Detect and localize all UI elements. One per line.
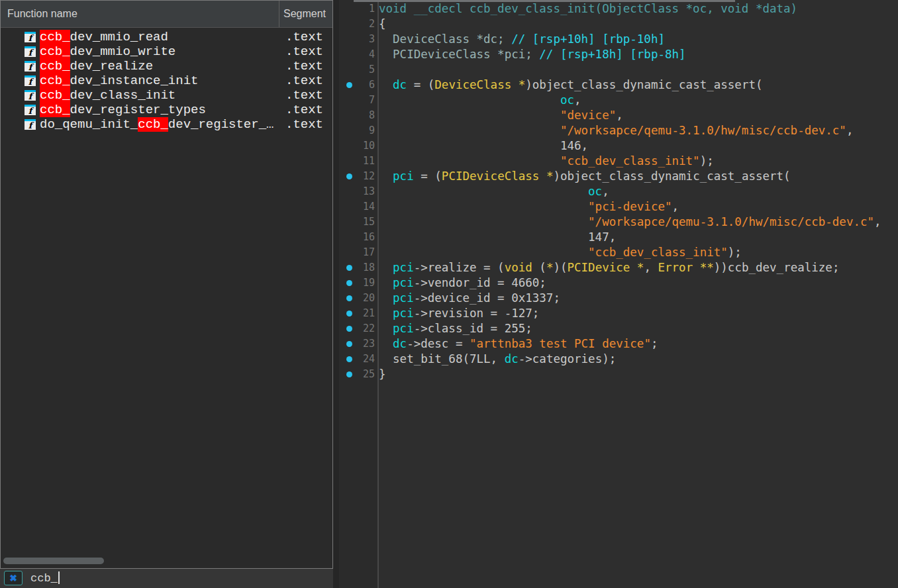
code-token: "device" [560,109,616,122]
functions-list-header: Function name Segment [1,1,332,28]
code-text: 146, [379,138,588,154]
code-token: "/worksapce/qemu-3.1.0/hw/misc/ccb-dev.c… [560,124,846,137]
code-token [379,337,393,350]
code-token: pci [393,291,414,305]
match-highlight: ccb_ [40,59,70,74]
horizontal-scrollbar-thumb[interactable] [3,558,104,564]
line-number: 1 [339,1,375,17]
code-token: pci [393,170,414,183]
segment-cell: .text [285,59,323,74]
segment-cell: .text [285,88,323,103]
name-text: dev_register_ [168,117,266,132]
code-line: 18 pci->realize = (void (*)(PCIDevice *,… [339,260,898,275]
line-number: 24 [339,352,375,367]
function-icon: f [25,105,36,115]
function-name: do_qemu_init_ccb_dev_register_… [40,117,274,132]
code-token: } [379,368,386,381]
code-token [379,307,393,320]
line-number: 22 [339,321,375,336]
line-number: 17 [339,245,375,260]
code-token: , [846,124,854,137]
code-token [379,276,393,289]
code-token: PCIDevice * [568,261,644,274]
column-header-function-name[interactable]: Function name [7,1,77,27]
code-line: 11 "ccb_dev_class_init"); [339,154,898,169]
code-token: ); [728,246,742,259]
code-text: oc, [379,184,609,199]
name-text: dev_mmio_write [70,44,176,59]
function-name: ccb_dev_mmio_read [40,30,168,44]
line-number: 12 [339,169,375,184]
code-token: ->device_id = 0x1337; [414,291,560,305]
line-number: 10 [339,138,375,154]
name-text: dev_class_init [70,88,176,103]
line-number: 14 [339,199,375,215]
function-name: ccb_dev_mmio_write [40,44,175,59]
code-text: pci->device_id = 0x1337; [379,291,560,306]
code-text: set_bit_68(7LL, dc->categories); [379,352,616,367]
code-text: pci = (PCIDeviceClass *)object_class_dyn… [379,169,791,184]
function-row[interactable]: fdo_qemu_init_ccb_dev_register_….text [1,117,332,132]
code-token: "arttnba3 test PCI device" [470,337,651,350]
code-line: 12 pci = (PCIDeviceClass *)object_class_… [339,169,898,184]
code-token [379,261,393,274]
line-number: 6 [339,77,375,93]
code-token: pci [393,276,414,289]
code-line: 14 "pci-device", [339,199,898,215]
code-token: DeviceClass *dc; [379,32,511,46]
match-highlight: ccb_ [40,88,70,103]
function-icon: f [25,32,36,42]
function-row[interactable]: fccb_dev_mmio_read.text [1,30,332,44]
function-row[interactable]: fccb_dev_mmio_write.text [1,44,332,59]
code-line: 22 pci->class_id = 255; [339,321,898,336]
code-token: )object_class_dynamic_cast_assert( [553,170,790,183]
code-text: oc, [379,93,581,108]
line-number: 2 [339,17,375,32]
name-text: do_qemu_init_ [40,117,138,132]
code-text: pci->revision = -127; [379,306,539,321]
code-text: "ccb_dev_class_init"); [379,154,714,169]
code-token: )object_class_dynamic_cast_assert( [525,78,762,91]
code-token: * [546,261,554,274]
code-token: 147, [588,230,616,244]
code-line: 7 oc, [339,93,898,108]
line-number: 21 [339,306,375,321]
code-token: "/worksapce/qemu-3.1.0/hw/misc/ccb-dev.c… [588,215,874,228]
code-token: "ccb_dev_class_init" [588,246,728,259]
match-highlight: ccb_ [40,30,70,44]
panel-splitter[interactable] [333,0,339,588]
column-separator[interactable] [279,1,279,27]
function-name: ccb_dev_register_types [40,103,206,117]
function-name: ccb_dev_instance_init [40,74,198,88]
function-row[interactable]: fccb_dev_instance_init.text [1,74,332,88]
code-text: dc->desc = "arttnba3 test PCI device"; [379,336,658,352]
code-token: , [874,215,881,228]
code-text: "device", [379,108,623,123]
function-icon: f [25,90,36,101]
function-row[interactable]: fccb_dev_register_types.text [1,103,332,117]
code-token: ; [651,337,658,350]
code-token: "ccb_dev_class_init" [560,154,700,168]
code-token: // [rsp+10h] [rbp-10h] [511,32,665,46]
code-token: PCIDeviceClass *pci; [379,48,539,61]
clear-filter-button[interactable]: ✖ [4,571,23,585]
code-token: void [505,261,532,274]
match-highlight: ccb_ [40,44,70,59]
segment-cell: .text [285,74,323,88]
code-token: PCIDeviceClass * [442,170,554,183]
pseudocode-view[interactable]: 1void __cdecl ccb_dev_class_init(ObjectC… [339,0,898,588]
segment-cell: .text [285,44,323,59]
function-row[interactable]: fccb_dev_realize.text [1,59,332,74]
code-text: "ccb_dev_class_init"); [379,245,742,260]
code-line: 21 pci->revision = -127; [339,306,898,321]
column-header-segment[interactable]: Segment [283,1,326,27]
code-text: "pci-device", [379,199,679,215]
line-number: 5 [339,62,375,77]
match-highlight: ccb_ [138,117,168,132]
function-row[interactable]: fccb_dev_class_init.text [1,88,332,103]
code-text: pci->vendor_id = 4660; [379,275,546,291]
functions-window: Function name Segment fccb_dev_mmio_read… [0,0,333,569]
filter-input[interactable]: ccb_ [30,569,60,588]
code-token: ); [700,154,714,168]
code-line: 10 146, [339,138,898,154]
